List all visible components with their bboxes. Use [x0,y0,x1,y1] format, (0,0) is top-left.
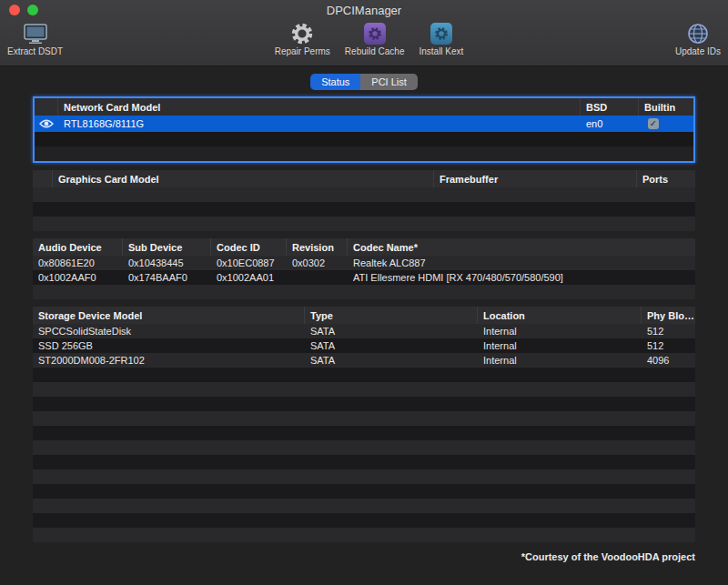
voodoohda-credit: *Courtesy of the VoodooHDA project [33,551,695,562]
audio-row[interactable]: 0x80861E20 0x10438445 0x10EC0887 0x0302 … [33,256,695,270]
audio-subdevice-column-header[interactable]: Sub Device [123,238,211,256]
network-row-selected[interactable]: RTL8168G/8111G en0 ✓ [35,116,693,132]
repair-perms-label: Repair Perms [275,46,330,56]
storage-phy-block-column-header[interactable]: Phy Blo… [642,307,695,324]
storage-row [33,499,695,513]
toolbar-center-group: Repair Perms Rebuild Cache [275,21,464,56]
display-icon [23,21,48,46]
storage-row[interactable]: SPCCSolidStateDisk SATA Internal 512 [33,324,695,338]
storage-row [33,440,695,455]
storage-table: Storage Device Model Type Location Phy B… [33,307,695,542]
storage-table-header: Storage Device Model Type Location Phy B… [33,307,695,324]
graphics-row [33,217,695,231]
network-table: Network Card Model BSD Builtin RTL8168G/… [33,96,695,163]
app-window: DPCIManager Extract DSDT [0,0,728,585]
network-builtin-column-header[interactable]: Builtin [639,98,693,116]
storage-row[interactable]: SSD 256GB SATA Internal 512 [33,338,695,353]
toolbar: Extract DSDT Repair Perms [0,20,728,66]
storage-model-column-header[interactable]: Storage Device Model [33,307,305,324]
cache-box-icon [364,21,386,46]
tab-control: Status PCI List [33,74,695,90]
storage-type-column-header[interactable]: Type [305,307,478,324]
graphics-row [33,202,695,217]
network-empty-row [35,146,693,161]
checkmark-icon: ✓ [650,118,657,129]
storage-row [33,411,695,426]
kext-box-icon [430,21,452,46]
network-bsd-cell: en0 [581,118,639,129]
graphics-ports-column-header[interactable]: Ports [637,170,695,187]
network-table-header: Network Card Model BSD Builtin [35,98,693,116]
tab-status[interactable]: Status [310,74,360,90]
eye-icon[interactable] [35,118,58,129]
tab-pci-list[interactable]: PCI List [360,74,418,90]
storage-row [33,382,695,397]
install-kext-label: Install Kext [419,46,463,56]
audio-codec-name-column-header[interactable]: Codec Name* [348,238,695,256]
window-title: DPCIManager [327,4,401,17]
graphics-icon-column-header [33,170,53,187]
network-builtin-cell: ✓ [639,118,693,129]
storage-row [33,513,695,528]
graphics-row [33,187,695,202]
extract-dsdt-label: Extract DSDT [7,46,63,56]
zoom-button[interactable] [27,5,38,15]
audio-row [33,285,695,299]
network-icon-column-header [35,98,58,116]
install-kext-button[interactable]: Install Kext [419,21,463,56]
storage-table-body: SPCCSolidStateDisk SATA Internal 512 SSD… [33,324,695,542]
storage-location-column-header[interactable]: Location [478,307,642,324]
rebuild-cache-label: Rebuild Cache [345,46,405,56]
graphics-table-body [33,187,695,231]
titlebar: DPCIManager [0,0,728,20]
storage-row [33,368,695,382]
builtin-checkbox[interactable]: ✓ [648,118,659,129]
close-button[interactable] [9,5,20,15]
graphics-model-column-header[interactable]: Graphics Card Model [53,170,434,187]
graphics-table-header: Graphics Card Model Framebuffer Ports [33,170,695,187]
main-content: Status PCI List Network Card Model BSD B… [0,66,728,585]
audio-table-header: Audio Device Sub Device Codec ID Revisio… [33,238,695,256]
audio-device-column-header[interactable]: Audio Device [33,238,123,256]
update-ids-button[interactable]: Update IDs [675,21,721,56]
extract-dsdt-button[interactable]: Extract DSDT [7,21,63,56]
network-model-cell: RTL8168G/8111G [58,118,581,129]
graphics-table: Graphics Card Model Framebuffer Ports [33,170,695,231]
window-chrome: DPCIManager Extract DSDT [0,0,728,66]
audio-table: Audio Device Sub Device Codec ID Revisio… [33,238,695,299]
audio-table-body: 0x80861E20 0x10438445 0x10EC0887 0x0302 … [33,256,695,299]
storage-row[interactable]: ST2000DM008-2FR102 SATA Internal 4096 [33,353,695,368]
network-model-column-header[interactable]: Network Card Model [58,98,581,116]
gear-icon [290,21,314,46]
repair-perms-button[interactable]: Repair Perms [275,21,330,56]
traffic-lights [9,5,38,15]
audio-revision-column-header[interactable]: Revision [287,238,348,256]
network-empty-row [35,132,693,146]
storage-row [33,528,695,542]
update-ids-label: Update IDs [675,46,721,56]
storage-row [33,426,695,440]
graphics-framebuffer-column-header[interactable]: Framebuffer [434,170,637,187]
network-bsd-column-header[interactable]: BSD [581,98,639,116]
globe-icon [686,21,710,46]
audio-row[interactable]: 0x1002AAF0 0x174BAAF0 0x1002AA01 ATI Ell… [33,270,695,285]
storage-row [33,469,695,484]
storage-row [33,484,695,499]
storage-row [33,455,695,469]
audio-codec-id-column-header[interactable]: Codec ID [211,238,287,256]
rebuild-cache-button[interactable]: Rebuild Cache [345,21,405,56]
storage-row [33,397,695,411]
